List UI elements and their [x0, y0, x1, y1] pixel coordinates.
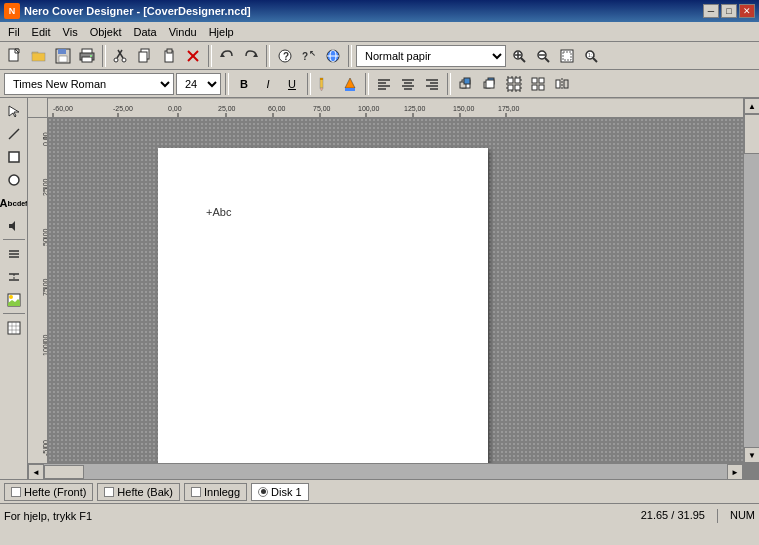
page-canvas[interactable]: +Abc — [158, 148, 488, 463]
paste-button[interactable] — [158, 45, 180, 67]
zoom-fit-button[interactable] — [556, 45, 578, 67]
obj-front-button[interactable] — [455, 73, 477, 95]
maximize-button[interactable]: □ — [721, 4, 737, 18]
svg-rect-71 — [532, 85, 537, 90]
open-button[interactable] — [28, 45, 50, 67]
rect-tool-button[interactable] — [3, 146, 25, 168]
toolbar2: Times New Roman 24 B I U — [0, 70, 759, 98]
font-select[interactable]: Times New Roman — [4, 73, 174, 95]
delete-button[interactable] — [182, 45, 204, 67]
spacing-button[interactable] — [3, 266, 25, 288]
zoom-out-button[interactable] — [532, 45, 554, 67]
pencil-button[interactable] — [315, 73, 337, 95]
svg-text:↖: ↖ — [309, 49, 316, 58]
color-button[interactable] — [339, 73, 361, 95]
obj-mirror-button[interactable] — [551, 73, 573, 95]
grid-button[interactable] — [3, 317, 25, 339]
undo-button[interactable] — [216, 45, 238, 67]
menu-edit[interactable]: Edit — [26, 24, 57, 40]
scroll-track-horizontal[interactable] — [44, 464, 727, 479]
menu-objekt[interactable]: Objekt — [84, 24, 128, 40]
align-left-button[interactable] — [373, 73, 395, 95]
svg-text:?: ? — [283, 51, 289, 62]
menu-vindu[interactable]: Vindu — [163, 24, 203, 40]
obj-group-button[interactable] — [503, 73, 525, 95]
context-help-button[interactable]: ?↖ — [298, 45, 320, 67]
menu-data[interactable]: Data — [127, 24, 162, 40]
italic-button[interactable]: I — [257, 73, 279, 95]
hefte-bak-tab[interactable]: Hefte (Bak) — [97, 483, 180, 501]
bold-button[interactable]: B — [233, 73, 255, 95]
help-button[interactable]: ? — [274, 45, 296, 67]
menu-bar: Fil Edit Vis Objekt Data Vindu Hjelp — [0, 22, 759, 42]
app-icon: N — [4, 3, 20, 19]
scroll-thumb-vertical[interactable] — [744, 114, 759, 154]
svg-line-77 — [9, 129, 19, 139]
minimize-button[interactable]: ─ — [703, 4, 719, 18]
ruler-corner — [28, 98, 48, 118]
select-tool-button[interactable] — [3, 100, 25, 122]
svg-rect-60 — [464, 78, 470, 84]
line-tool-button[interactable] — [3, 123, 25, 145]
internet-button[interactable] — [322, 45, 344, 67]
svg-rect-44 — [320, 78, 323, 80]
save-button[interactable] — [52, 45, 74, 67]
num-mode: NUM — [730, 509, 755, 523]
scroll-down-button[interactable]: ▼ — [744, 447, 759, 463]
canvas-area[interactable]: -60,00 -25,00 0,00 25,00 60,00 75,00 100… — [28, 98, 759, 479]
innlegg-tab[interactable]: Innlegg — [184, 483, 247, 501]
zoom-100-button[interactable]: 1:1 — [580, 45, 602, 67]
disk1-tab[interactable]: Disk 1 — [251, 483, 309, 501]
ellipse-tool-button[interactable] — [3, 169, 25, 191]
align-center-button[interactable] — [397, 73, 419, 95]
hefte-front-checkbox[interactable] — [11, 487, 21, 497]
scroll-track-vertical[interactable] — [744, 114, 759, 447]
scroll-right-button[interactable]: ► — [727, 464, 743, 479]
image-tool-button[interactable] — [3, 289, 25, 311]
zoom-in-button[interactable] — [508, 45, 530, 67]
menu-fil[interactable]: Fil — [2, 24, 26, 40]
scroll-left-button[interactable]: ◄ — [28, 464, 44, 479]
align-right-button[interactable] — [421, 73, 443, 95]
drawing-area[interactable]: +Abc — [48, 118, 743, 463]
hefte-bak-checkbox[interactable] — [104, 487, 114, 497]
close-button[interactable]: ✕ — [739, 4, 755, 18]
svg-point-88 — [9, 295, 13, 299]
menu-hjelp[interactable]: Hjelp — [203, 24, 240, 40]
svg-marker-80 — [9, 221, 15, 231]
scrollbar-vertical[interactable]: ▲ ▼ — [743, 98, 759, 463]
innlegg-checkbox[interactable] — [191, 487, 201, 497]
svg-rect-18 — [167, 49, 172, 53]
svg-text:75,00: 75,00 — [42, 278, 48, 296]
title-buttons: ─ □ ✕ — [703, 4, 755, 18]
svg-point-13 — [114, 58, 118, 62]
status-right: 21.65 / 31.95 NUM — [641, 509, 755, 523]
menu-vis[interactable]: Vis — [57, 24, 84, 40]
disk1-radio[interactable] — [258, 487, 268, 497]
scroll-thumb-horizontal[interactable] — [44, 465, 84, 479]
svg-rect-65 — [515, 78, 520, 83]
fmt-separator4 — [447, 73, 451, 95]
underline-button[interactable]: U — [281, 73, 303, 95]
obj-back-button[interactable] — [479, 73, 501, 95]
hefte-front-tab[interactable]: Hefte (Front) — [4, 483, 93, 501]
obj-ungroup-button[interactable] — [527, 73, 549, 95]
redo-button[interactable] — [240, 45, 262, 67]
audio-tool-button[interactable] — [3, 215, 25, 237]
svg-text:-25,00: -25,00 — [113, 105, 133, 112]
paper-select[interactable]: Normalt papir — [356, 45, 506, 67]
disk1-label: Disk 1 — [271, 486, 302, 498]
scrollbar-horizontal[interactable]: ◄ ► — [28, 463, 743, 479]
font-size-select[interactable]: 24 — [176, 73, 221, 95]
left-toolbar: Abc def — [0, 98, 28, 479]
svg-text:1:1: 1:1 — [588, 52, 595, 58]
align-objects-button[interactable] — [3, 243, 25, 265]
scroll-up-button[interactable]: ▲ — [744, 98, 759, 114]
cut-button[interactable] — [110, 45, 132, 67]
title-bar: N Nero Cover Designer - [CoverDesigner.n… — [0, 0, 759, 22]
copy-button[interactable] — [134, 45, 156, 67]
text-tool-button[interactable]: Abc def — [3, 192, 25, 214]
print-button[interactable] — [76, 45, 98, 67]
svg-line-31 — [521, 58, 525, 62]
new-button[interactable] — [4, 45, 26, 67]
